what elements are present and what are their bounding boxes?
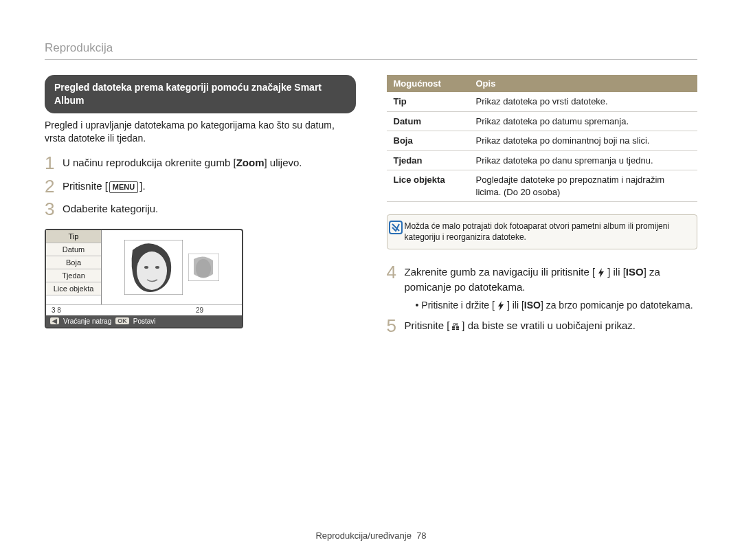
flash-icon <box>596 268 606 278</box>
left-column: Pregled datoteka prema kategoriji pomoću… <box>45 75 356 341</box>
menu-item: Tjedan <box>46 269 101 282</box>
cell-opt: Boja <box>387 131 469 151</box>
step-text: Pritisnite [OK] da biste se vratili u uo… <box>405 318 636 334</box>
section-title: Reprodukcija <box>45 41 697 60</box>
camera-footer-bar: ◀ Vraćanje natrag OK Postavi <box>46 315 242 327</box>
text: Pritisnite [ <box>63 180 108 192</box>
text: U načinu reprodukcija okrenite gumb [ <box>63 157 236 168</box>
svg-point-3 <box>155 266 159 269</box>
procedure-steps-left: 1 U načinu reprodukcija okrenite gumb [Z… <box>45 155 356 219</box>
step-text: Zakrenite gumb za navigaciju ili pritisn… <box>405 265 698 313</box>
back-badge: ◀ <box>50 317 59 324</box>
step-number: 4 <box>387 262 405 282</box>
cell-opt: Tjedan <box>387 150 469 170</box>
options-table: Mogućnost Opis TipPrikaz datoteka po vrs… <box>387 75 698 202</box>
menu-item: Datum <box>46 243 101 256</box>
step-subtext: Pritisnite i držite [] ili [ISO] za brzo… <box>405 298 698 313</box>
svg-rect-10 <box>452 328 455 330</box>
svg-point-1 <box>137 251 167 290</box>
cell-desc: Prikaz datoteka po vrsti datoteke. <box>469 92 698 111</box>
footer-text: Reprodukcija/uređivanje <box>315 530 411 541</box>
text: ] ili [ <box>507 300 524 311</box>
page-number: 78 <box>416 530 426 541</box>
step-number: 1 <box>45 153 63 173</box>
cell-opt: Datum <box>387 111 469 131</box>
cell-opt: Lice objekta <box>387 170 469 202</box>
two-column-layout: Pregled datoteka prema kategoriji pomoću… <box>45 75 697 341</box>
svg-rect-9 <box>456 326 459 328</box>
iso-label: ISO <box>626 266 644 278</box>
step-5: 5 Pritisnite [OK] da biste se vratili u … <box>387 318 698 336</box>
step-text: Pritisnite [MENU]. <box>63 179 146 194</box>
cell-desc: Pogledajte datoteke po prepoznatim i naj… <box>469 170 698 202</box>
cell-opt: Tip <box>387 92 469 111</box>
table-row: TipPrikaz datoteka po vrsti datoteke. <box>387 92 698 111</box>
step-text: Odaberite kategoriju. <box>63 201 158 217</box>
table-row: BojaPrikaz datoteka po dominantnoj boji … <box>387 131 698 151</box>
camera-info-bar: 3 8 29 <box>46 304 242 315</box>
svg-point-2 <box>144 266 148 269</box>
face-thumbnail-large <box>124 240 183 295</box>
face-thumbnail-small <box>188 254 219 281</box>
table-row: DatumPrikaz datoteka po datumu spremanja… <box>387 111 698 131</box>
step-number: 2 <box>45 177 63 197</box>
intro-paragraph: Pregled i upravljanje datotekama po kate… <box>45 119 356 146</box>
subsection-heading-pill: Pregled datoteka prema kategoriji pomoću… <box>45 75 356 113</box>
iso-label: ISO <box>524 300 541 311</box>
manual-page: Reprodukcija Pregled datoteka prema kate… <box>0 0 742 560</box>
text: ] ulijevo. <box>264 157 302 168</box>
table-row: TjedanPrikaz datoteka po danu spremanja … <box>387 150 698 170</box>
menu-item: Lice objekta <box>46 282 101 295</box>
back-label: Vraćanje natrag <box>63 317 111 325</box>
zoom-label: Zoom <box>236 157 265 168</box>
text: ] za brzo pomicanje po datotekama. <box>541 300 693 311</box>
step-text: U načinu reprodukcija okrenite gumb [Zoo… <box>63 155 302 171</box>
camera-screen-illustration: Tip Datum Boja Tjedan Lice objekta <box>45 229 243 328</box>
camera-thumbnails <box>102 230 242 304</box>
svg-text:OK: OK <box>453 322 459 326</box>
procedure-steps-right: 4 Zakrenite gumb za navigaciju ili priti… <box>387 265 698 336</box>
step-number: 3 <box>45 199 63 219</box>
cell-desc: Prikaz datoteka po dominantnoj boji na s… <box>469 131 698 151</box>
note-icon <box>387 215 405 248</box>
table-header-desc: Opis <box>469 75 698 92</box>
info-value: 29 <box>196 306 203 314</box>
step-3: 3 Odaberite kategoriju. <box>45 201 356 219</box>
text: Zakrenite gumb za navigaciju ili pritisn… <box>405 266 596 278</box>
step-2: 2 Pritisnite [MENU]. <box>45 179 356 197</box>
note-text: Možda će malo potrajati dok fotoaparat o… <box>404 215 697 248</box>
text: Pritisnite i držite [ <box>421 300 495 311</box>
table-header-option: Mogućnost <box>387 75 469 92</box>
svg-rect-11 <box>456 328 459 330</box>
table-row: Lice objektaPogledajte datoteke po prepo… <box>387 170 698 202</box>
right-column: Mogućnost Opis TipPrikaz datoteka po vrs… <box>387 75 698 341</box>
ok-badge: OK <box>115 317 129 324</box>
text: ] da biste se vratili u uobičajeni prika… <box>462 320 636 331</box>
note-box: Možda će malo potrajati dok fotoaparat o… <box>387 214 698 249</box>
flash-icon <box>496 301 506 311</box>
step-number: 5 <box>387 316 405 336</box>
menu-button-label: MENU <box>109 181 138 193</box>
text: Pritisnite [ <box>405 320 450 331</box>
step-4: 4 Zakrenite gumb za navigaciju ili priti… <box>387 265 698 313</box>
svg-rect-8 <box>452 326 455 328</box>
text: ]. <box>139 180 145 192</box>
cell-desc: Prikaz datoteka po danu spremanja u tjed… <box>469 150 698 170</box>
menu-item: Tip <box>46 230 101 243</box>
text: ] ili [ <box>607 266 626 278</box>
camera-category-menu: Tip Datum Boja Tjedan Lice objekta <box>46 230 102 304</box>
menu-item: Boja <box>46 256 101 269</box>
page-footer: Reprodukcija/uređivanje 78 <box>0 530 742 541</box>
ok-grid-icon: OK <box>451 322 460 331</box>
ok-label: Postavi <box>133 317 156 325</box>
step-1: 1 U načinu reprodukcija okrenite gumb [Z… <box>45 155 356 173</box>
cell-desc: Prikaz datoteka po datumu spremanja. <box>469 111 698 131</box>
camera-screen-body: Tip Datum Boja Tjedan Lice objekta <box>46 230 242 304</box>
info-value: 3 8 <box>52 306 61 314</box>
